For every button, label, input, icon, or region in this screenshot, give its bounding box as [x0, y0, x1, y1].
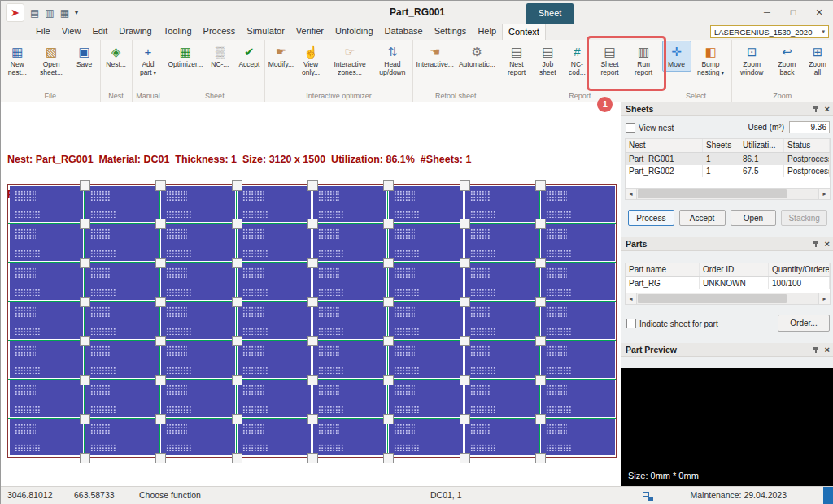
maximize-button[interactable]: □	[780, 1, 806, 24]
nested-part[interactable]	[541, 224, 614, 261]
qa-customize-caret-icon[interactable]: ▾	[75, 10, 78, 16]
column-header[interactable]: Order ID	[700, 263, 769, 276]
nested-part[interactable]	[313, 263, 386, 300]
nested-part[interactable]	[10, 380, 83, 417]
nested-part[interactable]	[161, 186, 234, 223]
nested-part[interactable]	[238, 224, 311, 261]
pin-icon[interactable]	[813, 106, 819, 113]
scroll-thumb[interactable]	[638, 189, 787, 198]
menu-tab-context[interactable]: Context	[502, 24, 546, 40]
nest-report-button[interactable]: ▤Nest report	[500, 41, 533, 80]
nested-part[interactable]	[10, 263, 83, 300]
column-header[interactable]: Nest	[626, 139, 703, 152]
nested-part[interactable]	[465, 224, 539, 261]
zoom-window-button[interactable]: ⊡Zoom window	[733, 41, 771, 80]
nested-part[interactable]	[465, 419, 539, 456]
nested-part[interactable]	[313, 341, 386, 378]
accept-button[interactable]: Accept	[679, 210, 726, 226]
nested-part[interactable]	[161, 380, 234, 417]
table-row[interactable]: Part_RGUNKNOWN100/100	[626, 277, 830, 289]
nested-part[interactable]	[389, 341, 462, 378]
column-header[interactable]: Status	[784, 139, 830, 152]
nested-part[interactable]	[238, 419, 311, 456]
nested-part[interactable]	[85, 380, 159, 417]
nested-part[interactable]	[541, 341, 614, 378]
nested-part[interactable]	[541, 302, 614, 339]
scroll-right-icon[interactable]: ▸	[818, 293, 830, 304]
nested-part[interactable]	[10, 224, 83, 261]
nested-part[interactable]	[85, 341, 159, 378]
nested-part[interactable]	[465, 380, 539, 417]
column-header[interactable]: Part name	[626, 263, 700, 276]
open-sheet-button[interactable]: ▧Open sheet...	[33, 41, 70, 80]
nested-part[interactable]	[313, 302, 386, 339]
nested-part[interactable]	[85, 263, 159, 300]
menu-tab-verifier[interactable]: Verifier	[290, 24, 329, 40]
parts-hscroll[interactable]: ◂ ▸	[625, 293, 831, 305]
view-nest-checkbox[interactable]	[626, 123, 635, 133]
nested-part[interactable]	[313, 419, 386, 456]
nested-part[interactable]	[389, 380, 462, 417]
nested-part[interactable]	[389, 302, 462, 339]
nested-part[interactable]	[541, 380, 614, 417]
nested-part[interactable]	[85, 186, 159, 223]
nested-part[interactable]	[541, 186, 614, 223]
nested-part[interactable]	[389, 419, 462, 456]
bump-nesting-button[interactable]: ◧Bump nesting ▾	[691, 41, 731, 80]
order-button[interactable]: Order...	[778, 315, 830, 332]
qa-new-doc-icon[interactable]: ▤	[30, 8, 39, 18]
retool-automatic-button[interactable]: ⚙Automatic...	[456, 41, 498, 72]
nc-code-button[interactable]: #NC-cod...	[562, 41, 591, 80]
scroll-right-icon[interactable]: ▸	[818, 189, 830, 199]
job-sheet-button[interactable]: ▤Job sheet	[533, 41, 562, 80]
view-only-button[interactable]: ☝View only...	[295, 41, 325, 80]
table-row[interactable]: Part_RG002167.5Postprocessed	[626, 165, 830, 177]
sheet-report-button[interactable]: ▤Sheet report	[591, 41, 627, 80]
minimize-button[interactable]: ─	[754, 1, 780, 24]
menu-tab-drawing[interactable]: Drawing	[113, 24, 157, 40]
nested-part[interactable]	[85, 224, 159, 261]
pin-icon[interactable]	[813, 346, 819, 354]
nested-part[interactable]	[161, 341, 234, 378]
menu-tab-help[interactable]: Help	[472, 24, 502, 40]
scroll-thumb[interactable]	[638, 294, 787, 303]
modify-button[interactable]: ☛Modify...	[266, 41, 295, 72]
close-icon[interactable]: ×	[825, 105, 830, 114]
contextual-tab-group[interactable]: Sheet	[526, 3, 574, 24]
nested-part[interactable]	[465, 341, 539, 378]
close-icon[interactable]: ×	[825, 240, 830, 249]
nested-part[interactable]	[238, 186, 311, 223]
menu-tab-edit[interactable]: Edit	[86, 24, 113, 40]
nested-part[interactable]	[10, 302, 83, 339]
process-button[interactable]: Process	[628, 210, 674, 226]
indicate-sheet-checkbox[interactable]	[626, 319, 636, 328]
nested-part[interactable]	[10, 186, 83, 223]
machine-selector[interactable]: LASERGENIUS_1530_2020 ▾	[710, 25, 829, 38]
nested-part[interactable]	[465, 186, 539, 223]
menu-tab-tooling[interactable]: Tooling	[158, 24, 198, 40]
qa-save-doc-icon[interactable]: ▦	[60, 8, 69, 18]
nested-part[interactable]	[389, 224, 462, 261]
menu-tab-unfolding[interactable]: Unfolding	[329, 24, 378, 40]
save-button[interactable]: ▣Save	[70, 41, 99, 72]
sheets-hscroll[interactable]: ◂ ▸	[625, 189, 831, 200]
open-button[interactable]: Open	[731, 210, 777, 226]
qa-open-doc-icon[interactable]: ▥	[45, 8, 54, 18]
new-nest-button[interactable]: ▦New nest...	[2, 41, 33, 80]
sheet-layout[interactable]	[7, 184, 617, 458]
network-icon[interactable]	[643, 492, 653, 501]
nested-part[interactable]	[313, 380, 386, 417]
nested-part[interactable]	[541, 419, 614, 456]
close-button[interactable]: ✕	[806, 1, 832, 24]
nest-canvas[interactable]: Nest: Part_RG001 Material: DC01 Thicknes…	[1, 102, 621, 487]
menu-tab-simulator[interactable]: Simulator	[241, 24, 290, 40]
menu-tab-view[interactable]: View	[56, 24, 87, 40]
zoom-all-button[interactable]: ⊞Zoom all	[803, 41, 832, 80]
nested-part[interactable]	[541, 263, 614, 300]
nested-part[interactable]	[389, 263, 462, 300]
nested-part[interactable]	[238, 341, 311, 378]
nested-part[interactable]	[85, 302, 159, 339]
nested-part[interactable]	[465, 263, 539, 300]
move-button[interactable]: ✛Move	[662, 41, 691, 72]
nested-part[interactable]	[85, 419, 159, 456]
